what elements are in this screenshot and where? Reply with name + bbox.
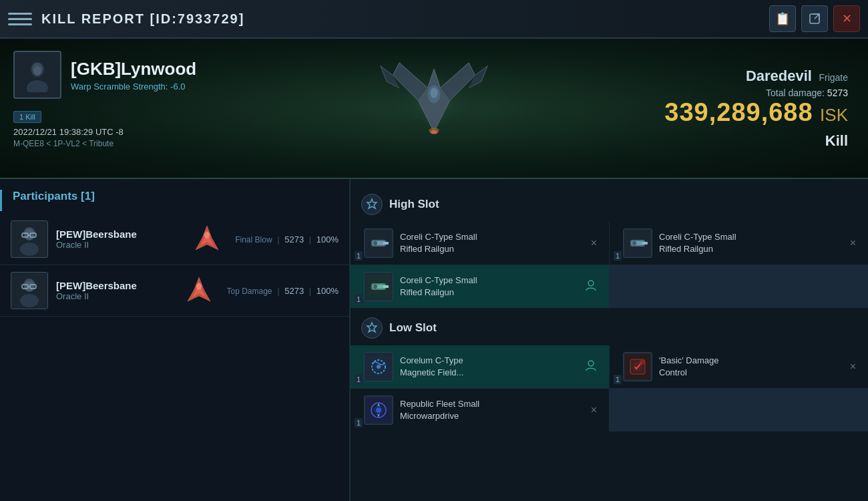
participant-avatar <box>11 220 48 258</box>
item-quantity: 1 <box>355 295 363 304</box>
svg-point-26 <box>196 283 202 290</box>
participant-name: [PEW]Beersbane <box>56 228 180 240</box>
header-title: KILL REPORT [ID:7933729] <box>41 11 769 27</box>
high-slot-label: High Slot <box>389 198 439 211</box>
player-name: [GKB]Lynwood <box>71 59 196 79</box>
svg-point-25 <box>20 294 39 307</box>
ship-icon <box>180 275 218 307</box>
participant-stats-right: Final Blow | 5273 | 100% <box>188 223 339 255</box>
role-label: Top Damage <box>227 287 272 296</box>
hero-banner: [GKB]Lynwood Warp Scramble Strength: -6.… <box>0 39 868 179</box>
participant-avatar <box>11 272 48 309</box>
slot-item[interactable]: Republic Fleet SmallMicrowarpdrive × 1 <box>351 389 609 432</box>
low-slot-grid: Corelum C-TypeMagnetic Field... 1 <box>351 345 868 432</box>
svg-point-17 <box>20 242 39 256</box>
high-slot-icon <box>361 194 383 215</box>
warp-scramble: Warp Scramble Strength: -6.0 <box>71 81 196 92</box>
svg-point-8 <box>431 130 437 134</box>
person-icon <box>581 279 601 295</box>
participants-section-header: Participants [1] <box>0 190 349 211</box>
item-quantity: 1 <box>355 375 363 384</box>
svg-point-46 <box>377 365 381 369</box>
item-thumbnail <box>364 352 393 381</box>
svg-point-10 <box>430 88 437 98</box>
svg-rect-30 <box>383 242 389 244</box>
slots-panel: High Slot Coreli C-Type SmallRifled Rail… <box>351 179 868 501</box>
item-name: Coreli C-Type SmallRifled Railgun <box>659 231 839 255</box>
svg-point-5 <box>33 66 41 75</box>
percent-val: 100% <box>316 286 339 296</box>
ship-icon <box>188 223 226 255</box>
participant-row[interactable]: [PEW]Beersbane Oracle II Top Damage | 52… <box>0 265 349 317</box>
svg-point-47 <box>588 361 594 366</box>
ship-illustration <box>361 44 507 173</box>
svg-point-41 <box>373 285 377 289</box>
isk-label: ISK <box>820 105 848 125</box>
export-button[interactable] <box>801 5 828 32</box>
low-slot-icon <box>361 317 383 339</box>
svg-rect-35 <box>642 242 648 244</box>
kill-badge: 1 Kill <box>13 111 41 123</box>
participant-name: [PEW]Beersbane <box>56 280 172 291</box>
svg-point-21 <box>25 281 34 291</box>
role-label: Final Blow <box>235 235 272 244</box>
isk-value: 339,289,688 <box>664 98 813 126</box>
svg-point-18 <box>204 232 210 238</box>
header: KILL REPORT [ID:7933729] 📋 ✕ <box>0 0 868 39</box>
kill-location: M-QEE8 < 1P-VL2 < Tribute <box>13 139 214 148</box>
item-name: Corelum C-TypeMagnetic Field... <box>400 355 574 379</box>
item-name: Republic Fleet SmallMicrowarpdrive <box>400 398 580 422</box>
total-damage-value: 5273 <box>827 88 848 98</box>
remove-button[interactable]: × <box>587 404 601 416</box>
copy-button[interactable]: 📋 <box>769 5 796 32</box>
item-quantity: 1 <box>614 251 622 261</box>
slot-item[interactable]: Coreli C-Type SmallRifled Railgun × 1 <box>610 222 868 265</box>
item-name: Coreli C-Type SmallRifled Railgun <box>400 275 574 299</box>
participant-ship: Oracle II <box>56 291 172 301</box>
item-thumbnail <box>364 228 393 258</box>
damage-val: 5273 <box>284 234 304 244</box>
player-avatar <box>13 51 61 99</box>
participant-row[interactable]: [PEW]Beersbane Oracle II Final Blow | 52… <box>0 214 349 265</box>
slot-item[interactable]: ! 'Basic' DamageControl × 1 <box>610 345 868 388</box>
item-thumbnail: ! <box>623 352 652 381</box>
total-damage-line: Total damage: 5273 <box>664 88 848 98</box>
kill-date: 2022/12/21 19:38:29 UTC -8 <box>13 127 214 137</box>
slot-item-highlighted[interactable]: Corelum C-TypeMagnetic Field... 1 <box>351 345 609 388</box>
svg-rect-40 <box>383 285 389 288</box>
svg-point-31 <box>373 241 377 245</box>
item-quantity: 1 <box>355 251 363 261</box>
participants-panel: Participants [1] [PEW]Beersbane Oracle I… <box>0 179 351 501</box>
total-damage-label: Total damage: <box>766 88 825 98</box>
participant-ship: Oracle II <box>56 240 180 250</box>
isk-line: 339,289,688 ISK <box>664 98 848 127</box>
svg-point-42 <box>588 281 594 286</box>
slot-item-highlighted[interactable]: Coreli C-Type SmallRifled Railgun 1 <box>351 265 609 308</box>
high-slot-grid: Coreli C-Type SmallRifled Railgun × 1 Co… <box>351 222 868 308</box>
hamburger-menu-button[interactable] <box>8 7 32 31</box>
percent-val: 100% <box>316 234 339 244</box>
low-slot-label: Low Slot <box>389 321 437 335</box>
hero-ship-stats: Daredevil Frigate Total damage: 5273 339… <box>644 39 868 178</box>
svg-point-56 <box>376 407 381 413</box>
high-slot-header: High Slot <box>351 187 868 222</box>
person-icon <box>581 359 601 375</box>
participant-info: [PEW]Beersbane Oracle II <box>56 228 180 250</box>
hero-player-info: [GKB]Lynwood Warp Scramble Strength: -6.… <box>0 39 227 178</box>
item-thumbnail <box>623 228 652 258</box>
svg-point-13 <box>25 229 34 240</box>
item-quantity: 1 <box>355 418 363 428</box>
item-quantity: 1 <box>614 375 622 384</box>
header-actions: 📋 ✕ <box>769 5 860 32</box>
main-content: Participants [1] [PEW]Beersbane Oracle I… <box>0 179 868 501</box>
participants-label: Participants [1] <box>13 190 95 203</box>
remove-button[interactable]: × <box>846 237 860 249</box>
participant-damage-stats: Top Damage | 5273 | 100% <box>227 286 339 296</box>
remove-button[interactable]: × <box>587 237 601 249</box>
participant-stats-right: Top Damage | 5273 | 100% <box>180 275 339 307</box>
remove-button[interactable]: × <box>846 361 860 373</box>
slot-item[interactable]: Coreli C-Type SmallRifled Railgun × 1 <box>351 222 609 265</box>
close-button[interactable]: ✕ <box>833 5 860 32</box>
participant-info: [PEW]Beersbane Oracle II <box>56 280 172 301</box>
svg-point-36 <box>632 241 636 245</box>
